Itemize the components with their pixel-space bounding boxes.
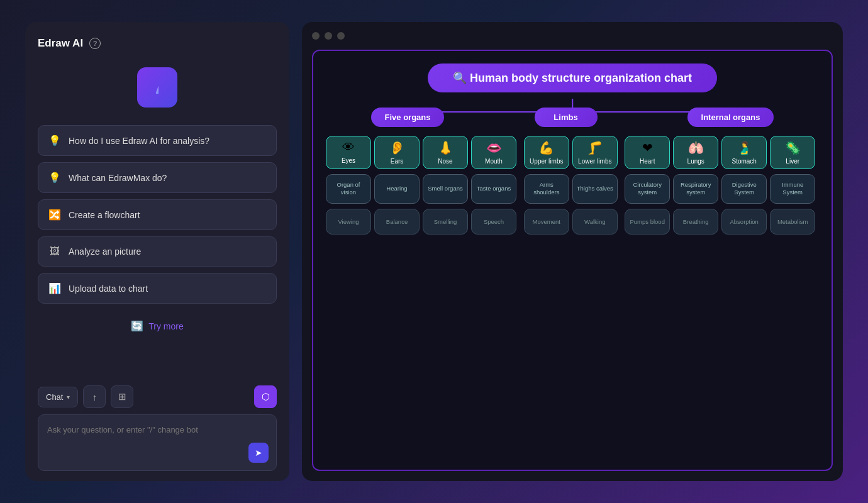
sub-organ-hearing: Hearing <box>374 174 420 204</box>
suggestion-text-analyze: Analyze an picture <box>69 246 141 257</box>
suggestion-icon-analyze: 🖼 <box>48 246 61 257</box>
suggestion-icon-flowchart: 🔀 <box>48 209 61 221</box>
organ-nose: 👃 Nose <box>423 136 468 169</box>
ai-icon: ⬡ <box>262 391 270 402</box>
sub-digestive: Digestive System <box>721 174 767 204</box>
organ-heart-label: Heart <box>640 158 655 165</box>
chart-container: 🔍 Human body structure organization char… <box>312 50 833 471</box>
chat-label: Chat <box>46 392 63 402</box>
bottom-movement: Movement <box>524 209 569 235</box>
ai-logo <box>137 67 177 108</box>
sub-organ-vision: Organ of vision <box>326 174 371 204</box>
chart-title: 🔍 Human body structure organization char… <box>428 64 717 92</box>
bottom-label-metabolism: Metabolism <box>777 218 808 225</box>
window-controls <box>312 32 833 40</box>
bottom-label-movement: Movement <box>533 218 560 225</box>
org-chart: 🔍 Human body structure organization char… <box>326 64 819 235</box>
sub-label-hearing: Hearing <box>386 185 407 192</box>
suggestion-text-edrawmax: What can EdrawMax do? <box>69 173 167 183</box>
sub-circulatory: Circulatory system <box>625 174 670 204</box>
sub-organ-taste: Taste organs <box>471 174 516 204</box>
suggestion-icon-edrawmax: 💡 <box>48 172 61 184</box>
chevron-down-icon: ▾ <box>67 394 70 401</box>
ai-assist-button[interactable]: ⬡ <box>254 385 277 408</box>
help-icon[interactable]: ? <box>89 38 101 49</box>
suggestion-flowchart[interactable]: 🔀 Create a flowchart <box>38 199 277 230</box>
panel-header: Edraw AI ? <box>38 37 277 50</box>
suggestion-edrawmax[interactable]: 💡 What can EdrawMax do? <box>38 162 277 193</box>
bottom-breathing: Breathing <box>673 209 718 235</box>
suggestion-analysis[interactable]: 💡 How do I use Edraw AI for analysis? <box>38 125 277 156</box>
window-dot-2 <box>325 32 332 40</box>
sub-thighs: Thighs calves <box>572 174 618 204</box>
bottom-label-absorption: Absorption <box>730 218 758 225</box>
nose-icon: 👃 <box>438 140 453 155</box>
export-button[interactable]: ↑ <box>83 385 106 408</box>
window-dot-1 <box>312 32 320 40</box>
organ-eyes: 👁 Eyes <box>326 136 371 169</box>
organ-ears: 👂 Ears <box>374 136 420 169</box>
suggestion-text-analysis: How do I use Edraw AI for analysis? <box>69 136 209 146</box>
organ-upper-limbs: 💪 Upper limbs <box>524 136 569 169</box>
organ-ears-label: Ears <box>391 158 404 165</box>
organ-liver: 🦠 Liver <box>770 136 815 169</box>
suggestion-upload-data[interactable]: 📊 Upload data to chart <box>38 273 277 304</box>
bottom-balance: Balance <box>374 209 420 235</box>
suggestion-text-upload: Upload data to chart <box>69 284 148 294</box>
panel-title: Edraw AI <box>38 37 83 50</box>
send-button[interactable]: ➤ <box>248 443 269 463</box>
upper-limbs-icon: 💪 <box>538 140 554 155</box>
sub-label-digestive: Digestive System <box>725 181 764 197</box>
bottom-walking: Walking <box>572 209 618 235</box>
sub-label-immune: Immune System <box>773 181 812 197</box>
organ-nose-label: Nose <box>438 158 452 165</box>
export-icon: ↑ <box>92 392 97 402</box>
bottom-label-breathing: Breathing <box>683 218 709 225</box>
sub-label-taste: Taste organs <box>477 185 511 192</box>
try-more-label: Try more <box>148 321 183 331</box>
bottom-label-walking: Walking <box>584 218 605 225</box>
eye-icon: 👁 <box>342 140 355 155</box>
organ-upper-limbs-label: Upper limbs <box>530 158 563 165</box>
mouth-icon: 👄 <box>486 140 502 155</box>
organ-lower-limbs-label: Lower limbs <box>578 158 611 165</box>
bottom-viewing: Viewing <box>326 209 371 235</box>
organ-eyes-label: Eyes <box>342 157 355 164</box>
organ-mouth: 👄 Mouth <box>471 136 516 169</box>
level2-internal: Internal organs <box>687 108 774 127</box>
sub-label-smell: Smell organs <box>428 185 462 192</box>
liver-icon: 🦠 <box>785 140 801 155</box>
suggestion-text-flowchart: Create a flowchart <box>69 210 140 220</box>
sub-label-respiratory: Respiratory system <box>676 181 715 197</box>
bottom-smelling: Smelling <box>423 209 468 235</box>
sub-respiratory: Respiratory system <box>673 174 718 204</box>
lower-limbs-icon: 🦵 <box>587 140 603 155</box>
organ-lungs: 🫁 Lungs <box>673 136 718 169</box>
sub-organ-smell: Smell organs <box>423 174 468 204</box>
level2-five-organs: Five organs <box>371 108 445 127</box>
sub-arms: Arms shoulders <box>524 174 569 204</box>
heart-icon: ❤ <box>642 140 653 155</box>
window-dot-3 <box>337 32 345 40</box>
suggestion-analyze-picture[interactable]: 🖼 Analyze an picture <box>38 236 277 267</box>
try-more-button[interactable]: 🔄 Try more <box>38 315 277 337</box>
chat-input[interactable] <box>47 425 267 434</box>
sub-label-vision: Organ of vision <box>329 181 368 197</box>
sub-label-circulatory: Circulatory system <box>628 181 667 197</box>
stomach-icon: 🫃 <box>737 140 752 155</box>
organ-mouth-label: Mouth <box>485 158 503 165</box>
bottom-label-speech: Speech <box>484 218 504 225</box>
image-button[interactable]: ⊞ <box>111 385 133 408</box>
bottom-speech: Speech <box>471 209 516 235</box>
send-icon: ➤ <box>255 448 262 458</box>
left-panel: Edraw AI ? 💡 How do I use Edraw AI for a… <box>25 22 289 481</box>
bottom-label-viewing: Viewing <box>338 218 359 225</box>
bottom-label-balance: Balance <box>386 218 408 225</box>
organ-stomach-label: Stomach <box>732 158 756 165</box>
suggestion-icon-upload: 📊 <box>48 282 61 294</box>
sub-label-arms: Arms shoulders <box>527 181 566 197</box>
chat-dropdown[interactable]: Chat ▾ <box>38 387 78 407</box>
chat-input-area: ➤ <box>38 414 277 471</box>
image-icon: ⊞ <box>118 391 126 402</box>
right-panel: 🔍 Human body structure organization char… <box>302 22 843 481</box>
